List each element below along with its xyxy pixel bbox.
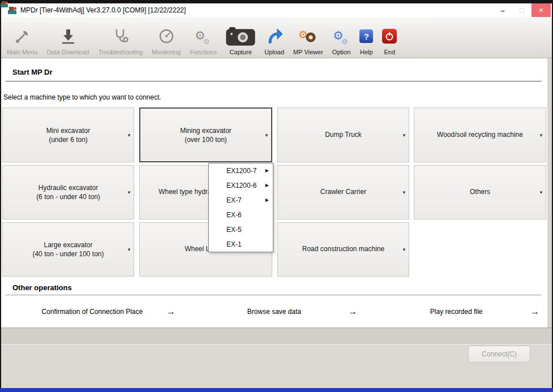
toolbar-item-troubleshooting[interactable]: Troubleshooting bbox=[94, 16, 147, 58]
gears-icon: ⚙⚙ bbox=[195, 24, 212, 48]
minimize-button[interactable]: – bbox=[493, 3, 512, 17]
machine-button-crawler-carrier[interactable]: Crawler Carrier ▼ bbox=[277, 165, 409, 219]
model-dropdown-menu: EX1200-7 ▶ EX1200-6 ▶ EX-7 ▶ EX-6 EX-5 E… bbox=[208, 163, 273, 252]
close-button[interactable]: × bbox=[531, 3, 551, 17]
mp-viewer-icon: ⚙ bbox=[298, 24, 318, 48]
dropdown-caret-icon: ▼ bbox=[127, 247, 131, 252]
toolbar-item-help[interactable]: ? Help bbox=[355, 16, 378, 58]
window-title: MPDr [Tier-4WithAdj] Ver3.27.0.0 [COM9] … bbox=[20, 6, 186, 14]
machine-button-hydraulic-excavator[interactable]: Hydraulic excavator(6 ton - under 40 ton… bbox=[2, 165, 134, 219]
option-gears-icon: ⚙⚙ bbox=[333, 24, 350, 48]
toolbar: Main Menu Data Download Troubleshooting … bbox=[1, 17, 552, 58]
page-title: Start MP Dr bbox=[12, 68, 53, 76]
connect-button[interactable]: Connect(C) bbox=[468, 346, 530, 363]
submenu-arrow-icon: ▶ bbox=[265, 193, 269, 208]
toolbar-item-main-menu[interactable]: Main Menu bbox=[2, 16, 42, 58]
divider bbox=[6, 295, 542, 295]
menu-item-ex1200-6[interactable]: EX1200-6 ▶ bbox=[209, 178, 273, 193]
maximize-button[interactable]: □ bbox=[512, 3, 531, 17]
upload-icon bbox=[266, 24, 283, 48]
dropdown-caret-icon: ▼ bbox=[402, 132, 406, 137]
toolbar-item-upload[interactable]: Upload bbox=[260, 16, 289, 58]
arrow-right-icon: → bbox=[166, 307, 175, 317]
toolbar-item-monitoring[interactable]: Monitoring bbox=[147, 16, 185, 58]
dropdown-caret-icon: ▼ bbox=[264, 132, 269, 137]
instruction-text: Select a machine type to which you want … bbox=[3, 93, 161, 101]
help-icon: ? bbox=[359, 24, 373, 48]
footer-upper-band bbox=[1, 328, 552, 344]
machine-button-dump-truck[interactable]: Dump Truck ▼ bbox=[277, 107, 409, 162]
right-gutter bbox=[547, 58, 552, 328]
app-window: MPDr [Tier-4WithAdj] Ver3.27.0.0 [COM9] … bbox=[0, 0, 553, 392]
dropdown-caret-icon: ▼ bbox=[402, 190, 406, 195]
data-download-icon bbox=[59, 24, 76, 48]
camera-icon bbox=[226, 24, 255, 48]
svg-text:⚙: ⚙ bbox=[341, 37, 348, 45]
app-icon bbox=[8, 6, 17, 15]
link-play-recorded-file[interactable]: Play recorded file → bbox=[365, 304, 547, 319]
toolbar-item-end[interactable]: End bbox=[378, 16, 401, 58]
menu-item-ex1200-7[interactable]: EX1200-7 ▶ bbox=[209, 163, 273, 178]
toolbar-item-option[interactable]: ⚙⚙ Option bbox=[328, 16, 355, 58]
menu-item-ex-1[interactable]: EX-1 bbox=[209, 237, 273, 252]
divider bbox=[6, 81, 542, 81]
link-browse-save-data[interactable]: Browse save data → bbox=[183, 304, 366, 319]
toolbar-item-functions[interactable]: ⚙⚙ Functions bbox=[185, 16, 221, 58]
machine-button-others[interactable]: Others ▼ bbox=[414, 165, 546, 219]
menu-item-ex-7[interactable]: EX-7 ▶ bbox=[209, 193, 273, 208]
power-icon bbox=[382, 24, 397, 48]
dropdown-caret-icon: ▼ bbox=[402, 247, 406, 252]
window-controls: – □ × bbox=[493, 3, 551, 17]
submenu-arrow-icon: ▶ bbox=[265, 163, 269, 178]
dropdown-caret-icon: ▼ bbox=[539, 190, 543, 195]
titlebar: MPDr [Tier-4WithAdj] Ver3.27.0.0 [COM9] … bbox=[1, 3, 552, 17]
machine-button-wood-soil-recycling[interactable]: Wood/soil recycling machine ▼ bbox=[414, 107, 546, 162]
svg-text:⚙: ⚙ bbox=[203, 37, 210, 45]
arrow-right-icon: → bbox=[530, 307, 539, 317]
other-operations-links: Confirmation of Connection Place → Brows… bbox=[1, 304, 547, 319]
stethoscope-icon bbox=[112, 24, 129, 48]
menu-item-ex-6[interactable]: EX-6 bbox=[209, 208, 273, 222]
machine-button-large-excavator[interactable]: Large excavator(40 ton - under 100 ton) … bbox=[2, 222, 134, 277]
dropdown-caret-icon: ▼ bbox=[127, 132, 131, 137]
main-menu-icon bbox=[14, 24, 31, 48]
machine-button-mining-excavator[interactable]: Mining excavator(over 100 ton) ▼ bbox=[139, 107, 272, 162]
machine-button-mini-excavator[interactable]: Mini excavator(under 6 ton) ▼ bbox=[2, 107, 134, 162]
machine-button-road-construction-machine[interactable]: Road construction machine ▼ bbox=[277, 222, 409, 277]
menu-item-ex-5[interactable]: EX-5 bbox=[209, 222, 273, 237]
toolbar-item-capture[interactable]: Capture bbox=[221, 16, 260, 58]
link-confirmation-of-connection-place[interactable]: Confirmation of Connection Place → bbox=[1, 304, 183, 319]
toolbar-item-mp-viewer[interactable]: ⚙ MP Viewer bbox=[289, 16, 328, 58]
app-icon-corner bbox=[1, 0, 8, 10]
toolbar-item-data-download[interactable]: Data Download bbox=[42, 16, 93, 58]
arrow-right-icon: → bbox=[348, 307, 357, 317]
other-operations-title: Other operations bbox=[12, 283, 72, 292]
dropdown-caret-icon: ▼ bbox=[127, 190, 131, 195]
submenu-arrow-icon: ▶ bbox=[265, 178, 269, 193]
dropdown-caret-icon: ▼ bbox=[539, 132, 543, 137]
status-bar bbox=[0, 388, 553, 392]
gauge-icon bbox=[158, 24, 175, 48]
